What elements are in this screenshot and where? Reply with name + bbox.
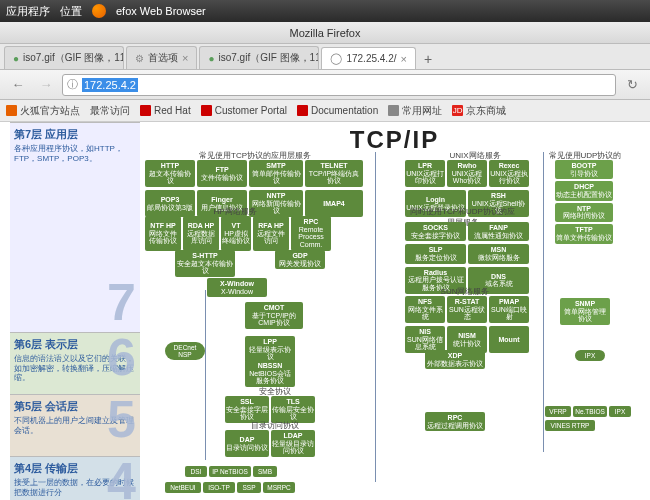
tab-4-active[interactable]: ◯172.25.4.2/× [321, 47, 415, 69]
hp-services: NTF HP网络文件传输协议 RDA HP远程数据库访问 VTHP虚拟终端协议 … [145, 216, 345, 254]
window-title-bar: Mozilla Firefox [0, 22, 650, 44]
firefox-taskbar-icon[interactable] [92, 4, 106, 18]
address-bar[interactable]: ⓘ 172.25.4.2 [62, 74, 616, 96]
bookmark-jd[interactable]: JD京东商城 [452, 104, 506, 118]
bookmark-customer-portal[interactable]: Customer Portal [201, 105, 287, 116]
sun-services: NFS网络文件系统R-STATSUN远程状态PMAPSUN端口映射 NISSUN… [405, 296, 535, 356]
bookmark-docs[interactable]: Documentation [297, 105, 378, 116]
globe-icon: ⓘ [67, 77, 78, 92]
bookmark-redhat[interactable]: Red Hat [140, 105, 191, 116]
layer-number: 5 [107, 389, 136, 449]
back-button[interactable]: ← [6, 74, 30, 96]
layer-4: 第4层 传输层 接受上一层的数据，在必要的时候把数据进行分 4 [10, 456, 140, 500]
taskbar-title: efox Web Browser [116, 5, 206, 17]
osi-layers-column: 第7层 应用层 各种应用程序协议，如HTTP，FTP，SMTP，POP3。 7 … [10, 122, 140, 500]
url-text-selected[interactable]: 172.25.4.2 [82, 78, 138, 92]
desktop-top-panel: 应用程序 位置 efox Web Browser [0, 0, 650, 22]
layer-number: 4 [107, 456, 136, 500]
tab-3[interactable]: ●iso7.gif（GIF 图像，11× [199, 46, 319, 69]
bookmark-common[interactable]: 常用网址 [388, 104, 442, 118]
forward-button: → [34, 74, 58, 96]
tab-1[interactable]: ●iso7.gif（GIF 图像，11× [4, 46, 124, 69]
close-icon[interactable]: × [400, 53, 406, 65]
layer-7: 第7层 应用层 各种应用程序协议，如HTTP，FTP，SMTP，POP3。 7 [10, 122, 140, 332]
reload-button[interactable]: ↻ [620, 74, 644, 96]
udp-services: BOOTP引导协议 DHCP动态主机配置协议 NTP网络时间协议 TFTP简单文… [555, 160, 613, 244]
layer-6: 第6层 表示层 信息的语法语义以及它们的关联，如加密解密，转换翻译，压缩解压缩。… [10, 332, 140, 394]
protocol-map: TCP/IP 常见使用TCP协议的应用层服务 UNIX网络服务 常见使用UDP协… [145, 122, 644, 500]
nav-toolbar: ← → ⓘ 172.25.4.2 ↻ [0, 70, 650, 100]
bookmark-firefox[interactable]: 火狐官方站点 [6, 104, 80, 118]
tab-2[interactable]: ⚙首选项× [126, 46, 197, 69]
page-viewport[interactable]: 第7层 应用层 各种应用程序协议，如HTTP，FTP，SMTP，POP3。 7 … [0, 122, 650, 500]
tcpip-diagram: 第7层 应用层 各种应用程序协议，如HTTP，FTP，SMTP，POP3。 7 … [0, 122, 650, 500]
layer-number: 6 [107, 327, 136, 387]
window-title: Mozilla Firefox [290, 27, 361, 39]
new-tab-button[interactable]: + [418, 49, 438, 69]
layer-number: 7 [107, 272, 136, 332]
apps-menu[interactable]: 应用程序 [6, 4, 50, 19]
bookmark-most-visited[interactable]: 最常访问 [90, 104, 130, 118]
close-icon[interactable]: × [182, 52, 188, 64]
tab-strip: ●iso7.gif（GIF 图像，11× ⚙首选项× ●iso7.gif（GIF… [0, 44, 650, 70]
bookmarks-toolbar: 火狐官方站点 最常访问 Red Hat Customer Portal Docu… [0, 100, 650, 122]
layer-5: 第5层 会话层 不同机器上的用户之间建立及管理会话。 5 [10, 394, 140, 456]
places-menu[interactable]: 位置 [60, 4, 82, 19]
